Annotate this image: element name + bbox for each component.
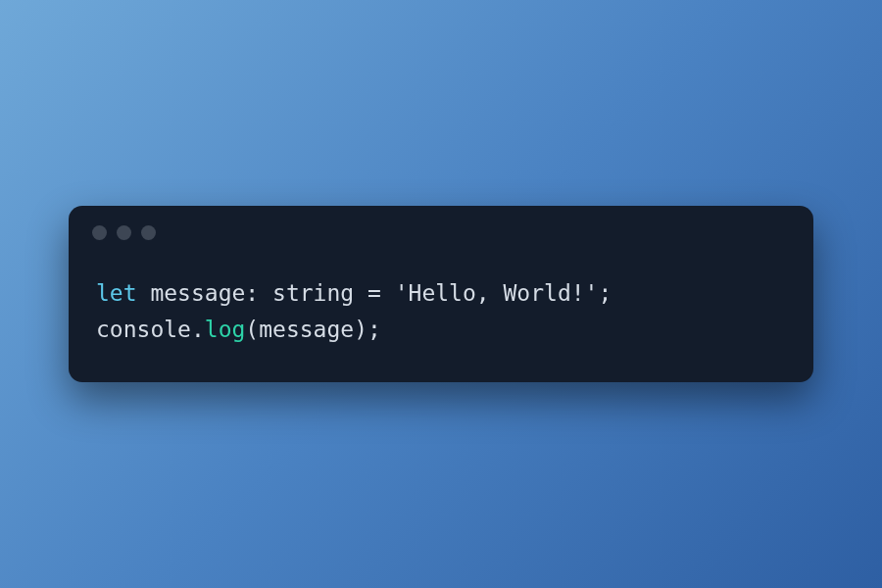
code-line-2: console.log(message); [96,317,381,342]
code-line-1: let message: string = 'Hello, World!'; [96,280,612,306]
argument-token: message [259,317,354,342]
semicolon-token: ; [368,317,381,342]
whitespace [259,280,272,306]
whitespace [354,280,368,306]
method-token: log [205,317,246,342]
close-paren-token: ) [354,317,368,342]
whitespace [381,280,395,306]
type-token: string [272,280,354,306]
colon-token: : [245,280,259,306]
close-window-icon[interactable] [92,225,107,240]
minimize-window-icon[interactable] [117,225,131,240]
string-token: 'Hello, World!' [395,280,599,306]
open-paren-token: ( [245,317,259,342]
code-content: let message: string = 'Hello, World!'; c… [69,248,813,383]
window-titlebar [69,206,813,248]
assign-token: = [368,280,381,306]
object-token: console [96,317,191,342]
semicolon-token: ; [598,280,612,306]
zoom-window-icon[interactable] [141,225,156,240]
keyword-token: let [96,280,137,306]
dot-token: . [191,317,205,342]
variable-token: message [150,280,245,306]
code-editor-window: let message: string = 'Hello, World!'; c… [69,206,813,383]
whitespace [137,280,151,306]
